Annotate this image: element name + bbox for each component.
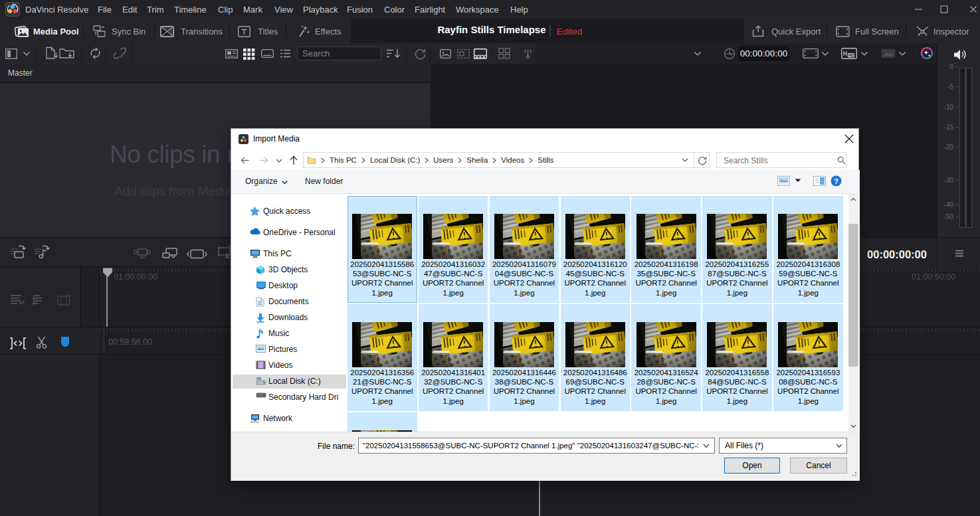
svg-text:?: ? xyxy=(834,177,838,185)
svg-text:HQ: HQ xyxy=(848,53,854,57)
